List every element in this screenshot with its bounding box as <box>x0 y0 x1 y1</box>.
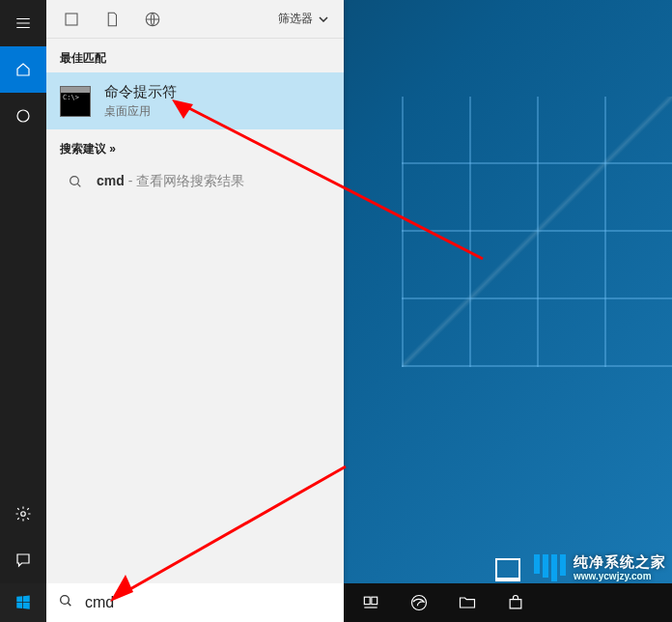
terminal-icon <box>60 86 91 117</box>
best-match-text: 命令提示符 桌面应用 <box>104 82 330 120</box>
watermark-url: www.ycwjzy.com <box>574 571 666 582</box>
svg-point-1 <box>21 512 26 517</box>
store-icon <box>506 593 525 612</box>
suggestions-header: 搜索建议 » <box>46 129 344 163</box>
hamburger-menu[interactable] <box>0 0 46 46</box>
web-suggestion[interactable]: cmd - 查看网络搜索结果 <box>46 163 344 200</box>
start-button[interactable] <box>0 583 46 622</box>
gear-icon <box>14 505 32 523</box>
taskbar <box>0 583 672 622</box>
search-header: 筛选器 <box>46 0 344 39</box>
svg-rect-6 <box>364 597 370 605</box>
task-view-icon <box>361 593 380 612</box>
menu-icon <box>14 14 32 32</box>
filter-label-text: 筛选器 <box>278 11 313 27</box>
folder-icon <box>458 593 477 612</box>
sidebar-feedback[interactable] <box>0 537 46 583</box>
watermark-logo-house <box>493 554 526 581</box>
task-view-button[interactable] <box>348 583 394 622</box>
best-match-result[interactable]: 命令提示符 桌面应用 <box>46 72 344 129</box>
watermark: 纯净系统之家 www.ycwjzy.com <box>493 553 666 581</box>
svg-rect-7 <box>372 597 378 605</box>
header-web-icon[interactable] <box>143 10 162 29</box>
watermark-logo-bars <box>534 554 566 581</box>
watermark-title: 纯净系统之家 <box>574 553 666 570</box>
sidebar-circle[interactable] <box>0 93 46 139</box>
svg-rect-2 <box>66 14 77 25</box>
suggestion-text: cmd - 查看网络搜索结果 <box>97 173 244 190</box>
svg-point-5 <box>61 596 70 605</box>
home-icon <box>14 61 32 78</box>
edge-button[interactable] <box>396 583 442 622</box>
sidebar-more[interactable] <box>0 491 46 537</box>
search-sidebar <box>0 0 46 583</box>
explorer-button[interactable] <box>444 583 490 622</box>
chevron-down-icon <box>319 16 328 22</box>
search-input[interactable] <box>85 594 332 611</box>
best-match-header: 最佳匹配 <box>46 39 344 72</box>
search-icon <box>68 174 83 189</box>
svg-point-0 <box>17 110 29 122</box>
feedback-icon <box>14 551 32 569</box>
header-apps-icon[interactable] <box>62 10 81 29</box>
best-match-title: 命令提示符 <box>104 82 330 101</box>
store-button[interactable] <box>492 583 539 622</box>
filter-dropdown[interactable]: 筛选器 <box>278 11 328 27</box>
windows-logo-icon <box>14 594 32 611</box>
svg-point-4 <box>70 177 79 185</box>
circle-icon <box>14 107 32 125</box>
edge-icon <box>409 593 429 612</box>
search-icon <box>58 593 73 612</box>
taskbar-search[interactable] <box>46 583 344 622</box>
sidebar-home[interactable] <box>0 46 46 93</box>
search-results-panel: 筛选器 最佳匹配 命令提示符 桌面应用 搜索建议 » cmd - 查看网络搜索结… <box>46 0 344 583</box>
header-docs-icon[interactable] <box>102 10 122 29</box>
best-match-subtitle: 桌面应用 <box>104 103 330 120</box>
